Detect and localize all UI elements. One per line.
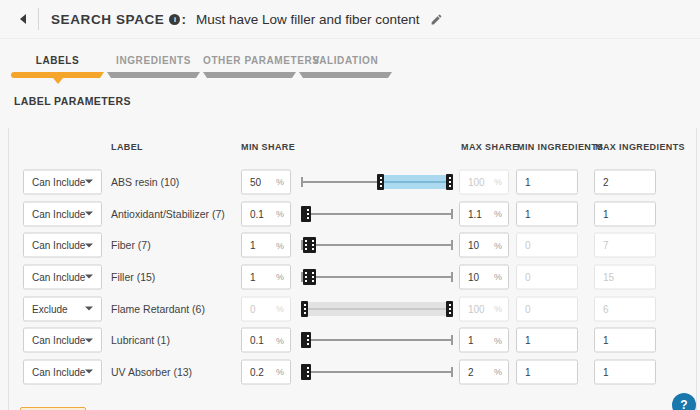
table-row: Can Include Fiber (7) % % [9, 229, 696, 261]
slider-max-handle[interactable] [446, 174, 453, 190]
page-title: SEARCH SPACE [51, 12, 164, 27]
slider-track [301, 213, 453, 215]
include-mode-dropdown[interactable]: Can Include [23, 328, 102, 353]
percent-suffix: % [494, 304, 502, 314]
max-ingredients-input[interactable] [595, 176, 649, 187]
slider-max-handle[interactable] [304, 206, 311, 222]
slider-track [301, 371, 453, 373]
max-share-input[interactable] [460, 271, 494, 282]
percent-suffix: % [276, 335, 284, 345]
include-mode-dropdown[interactable]: Can Include [23, 169, 102, 194]
slider-max-handle[interactable] [304, 364, 311, 380]
max-ingredients-field [594, 233, 656, 258]
max-share-field: % [459, 296, 509, 321]
slider-max-handle[interactable] [446, 301, 453, 317]
tab-labels[interactable]: LABELS [11, 53, 104, 78]
info-icon[interactable]: i [169, 14, 180, 25]
min-ingredients-input[interactable] [517, 303, 571, 314]
column-header-max-share: MAX SHARE [461, 142, 519, 152]
max-ingredients-input[interactable] [595, 366, 649, 377]
min-ingredients-input[interactable] [517, 240, 571, 251]
back-button[interactable] [10, 6, 36, 32]
min-ingredients-input[interactable] [517, 335, 571, 346]
slider-max-handle[interactable] [309, 237, 316, 253]
share-range-slider[interactable] [301, 173, 453, 191]
max-share-field: % [459, 233, 509, 258]
slider-max-handle[interactable] [304, 332, 311, 348]
max-share-field: % [459, 201, 509, 226]
slider-track [301, 339, 453, 341]
share-range-slider[interactable] [301, 300, 453, 318]
min-ingredients-input[interactable] [517, 366, 571, 377]
chevron-down-icon [85, 212, 93, 216]
max-ingredients-input[interactable] [595, 271, 649, 282]
slider-right-endcap [451, 209, 453, 219]
share-range-slider[interactable] [301, 236, 453, 254]
max-share-input[interactable] [460, 176, 494, 187]
include-mode-dropdown[interactable]: Exclude [23, 296, 102, 321]
slider-right-endcap [451, 367, 453, 377]
share-range-slider[interactable] [301, 205, 453, 223]
tab-ingredients[interactable]: INGREDIENTS [107, 53, 200, 78]
tab-label: INGREDIENTS [107, 53, 200, 69]
chevron-down-icon [85, 370, 93, 374]
slider-min-handle[interactable] [301, 301, 308, 317]
max-share-input[interactable] [460, 208, 494, 219]
min-share-input[interactable] [242, 176, 276, 187]
include-mode-value: Can Include [32, 335, 85, 346]
min-share-input[interactable] [242, 366, 276, 377]
edit-name-button[interactable] [430, 13, 443, 26]
min-ingredients-input[interactable] [517, 208, 571, 219]
tab-underline [107, 72, 200, 78]
percent-suffix: % [494, 209, 502, 219]
share-range-slider[interactable] [301, 331, 453, 349]
min-share-input[interactable] [242, 240, 276, 251]
min-share-field: % [241, 169, 291, 194]
percent-suffix: % [276, 367, 284, 377]
max-ingredients-input[interactable] [595, 303, 649, 314]
min-share-input[interactable] [242, 303, 276, 314]
share-range-slider[interactable] [301, 363, 453, 381]
min-share-input[interactable] [242, 208, 276, 219]
max-ingredients-input[interactable] [595, 240, 649, 251]
max-ingredients-input[interactable] [595, 208, 649, 219]
max-ingredients-field [594, 169, 656, 194]
chevron-down-icon [85, 243, 93, 247]
min-ingredients-input[interactable] [517, 176, 571, 187]
percent-suffix: % [276, 240, 284, 250]
search-space-name: Must have Low filler and fiber content [196, 12, 420, 27]
include-mode-dropdown[interactable]: Can Include [23, 233, 102, 258]
share-range-slider[interactable] [301, 268, 453, 286]
grip-dots-icon [380, 177, 382, 187]
help-button[interactable]: ? [672, 393, 696, 410]
include-mode-dropdown[interactable]: Can Include [23, 359, 102, 384]
min-share-field: % [241, 296, 291, 321]
max-share-input[interactable] [460, 335, 494, 346]
slider-max-handle[interactable] [309, 269, 316, 285]
percent-suffix: % [494, 335, 502, 345]
label-name: Filler (15) [111, 271, 155, 283]
max-share-input[interactable] [460, 240, 494, 251]
pencil-icon [430, 13, 443, 26]
max-ingredients-input[interactable] [595, 335, 649, 346]
tab-other-parameters[interactable]: OTHER PARAMETERS [203, 53, 296, 78]
label-name: UV Absorber (13) [111, 366, 192, 378]
tab-underline [299, 72, 392, 78]
slider-min-handle[interactable] [377, 174, 384, 190]
min-ingredients-field [516, 264, 578, 289]
back-arrow-icon [20, 14, 26, 24]
include-mode-dropdown[interactable]: Can Include [23, 264, 102, 289]
slider-right-endcap [451, 272, 453, 282]
max-share-input[interactable] [460, 303, 494, 314]
min-ingredients-field [516, 328, 578, 353]
max-share-input[interactable] [460, 366, 494, 377]
tab-validation[interactable]: VALIDATION [299, 53, 392, 78]
include-mode-dropdown[interactable]: Can Include [23, 201, 102, 226]
min-share-input[interactable] [242, 271, 276, 282]
section-title: LABEL PARAMETERS [14, 95, 131, 107]
column-header-min-ingredients: MIN INGREDIENTS [517, 142, 604, 152]
min-ingredients-input[interactable] [517, 271, 571, 282]
column-header-max-ingredients: MAX INGREDIENTS [595, 142, 685, 152]
title-colon: : [181, 12, 186, 27]
min-share-input[interactable] [242, 335, 276, 346]
